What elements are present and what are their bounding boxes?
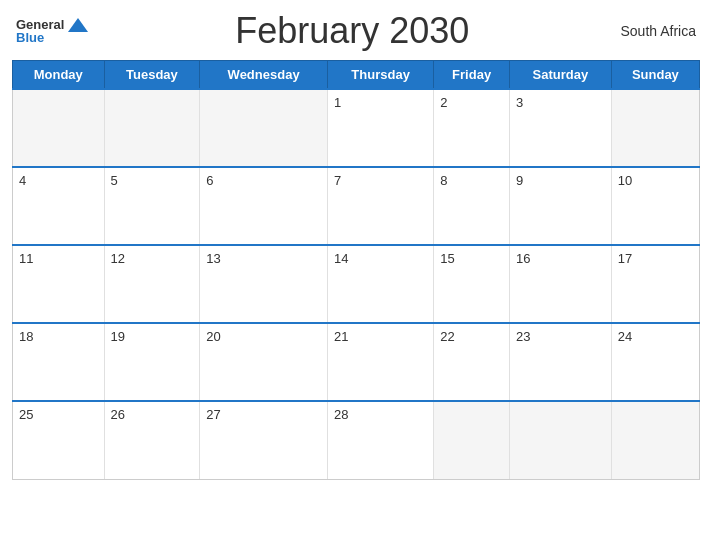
calendar-week-row: 123 bbox=[13, 89, 700, 167]
header-tuesday: Tuesday bbox=[104, 61, 200, 90]
day-number: 26 bbox=[111, 407, 125, 422]
calendar-cell: 1 bbox=[327, 89, 433, 167]
calendar-cell: 21 bbox=[327, 323, 433, 401]
calendar-cell bbox=[13, 89, 105, 167]
country-name: South Africa bbox=[616, 23, 696, 39]
day-number: 5 bbox=[111, 173, 118, 188]
day-number: 20 bbox=[206, 329, 220, 344]
calendar-cell: 24 bbox=[611, 323, 699, 401]
calendar-cell: 25 bbox=[13, 401, 105, 479]
calendar-cell: 9 bbox=[509, 167, 611, 245]
logo-blue-text: Blue bbox=[16, 30, 44, 45]
day-number: 6 bbox=[206, 173, 213, 188]
calendar-cell: 22 bbox=[434, 323, 510, 401]
calendar-cell: 12 bbox=[104, 245, 200, 323]
day-number: 4 bbox=[19, 173, 26, 188]
calendar-cell: 28 bbox=[327, 401, 433, 479]
calendar-cell: 16 bbox=[509, 245, 611, 323]
calendar-week-row: 11121314151617 bbox=[13, 245, 700, 323]
day-number: 11 bbox=[19, 251, 33, 266]
weekday-header-row: Monday Tuesday Wednesday Thursday Friday… bbox=[13, 61, 700, 90]
day-number: 25 bbox=[19, 407, 33, 422]
calendar-cell: 17 bbox=[611, 245, 699, 323]
calendar-title: February 2030 bbox=[88, 10, 616, 52]
day-number: 19 bbox=[111, 329, 125, 344]
day-number: 17 bbox=[618, 251, 632, 266]
calendar-cell bbox=[611, 401, 699, 479]
calendar-cell: 15 bbox=[434, 245, 510, 323]
calendar-cell: 8 bbox=[434, 167, 510, 245]
calendar-table: Monday Tuesday Wednesday Thursday Friday… bbox=[12, 60, 700, 480]
calendar-cell: 5 bbox=[104, 167, 200, 245]
day-number: 15 bbox=[440, 251, 454, 266]
calendar-cell bbox=[509, 401, 611, 479]
day-number: 27 bbox=[206, 407, 220, 422]
calendar-cell: 6 bbox=[200, 167, 328, 245]
calendar-cell: 14 bbox=[327, 245, 433, 323]
calendar-cell bbox=[200, 89, 328, 167]
calendar-cell: 7 bbox=[327, 167, 433, 245]
day-number: 23 bbox=[516, 329, 530, 344]
day-number: 9 bbox=[516, 173, 523, 188]
calendar-cell bbox=[434, 401, 510, 479]
day-number: 12 bbox=[111, 251, 125, 266]
logo-area: General Blue bbox=[16, 17, 88, 45]
day-number: 10 bbox=[618, 173, 632, 188]
day-number: 7 bbox=[334, 173, 341, 188]
day-number: 24 bbox=[618, 329, 632, 344]
calendar-week-row: 18192021222324 bbox=[13, 323, 700, 401]
calendar-cell: 3 bbox=[509, 89, 611, 167]
calendar-week-row: 25262728 bbox=[13, 401, 700, 479]
calendar-cell: 26 bbox=[104, 401, 200, 479]
calendar-cell: 4 bbox=[13, 167, 105, 245]
header-saturday: Saturday bbox=[509, 61, 611, 90]
header-sunday: Sunday bbox=[611, 61, 699, 90]
day-number: 16 bbox=[516, 251, 530, 266]
header-monday: Monday bbox=[13, 61, 105, 90]
calendar-cell bbox=[611, 89, 699, 167]
calendar-cell: 27 bbox=[200, 401, 328, 479]
day-number: 2 bbox=[440, 95, 447, 110]
header-wednesday: Wednesday bbox=[200, 61, 328, 90]
calendar-cell: 2 bbox=[434, 89, 510, 167]
calendar-header: General Blue February 2030 South Africa bbox=[12, 10, 700, 52]
calendar-container: General Blue February 2030 South Africa … bbox=[0, 0, 712, 550]
calendar-week-row: 45678910 bbox=[13, 167, 700, 245]
day-number: 21 bbox=[334, 329, 348, 344]
calendar-cell bbox=[104, 89, 200, 167]
calendar-cell: 11 bbox=[13, 245, 105, 323]
calendar-cell: 19 bbox=[104, 323, 200, 401]
logo-triangle-icon bbox=[68, 18, 88, 32]
day-number: 18 bbox=[19, 329, 33, 344]
calendar-cell: 23 bbox=[509, 323, 611, 401]
day-number: 14 bbox=[334, 251, 348, 266]
header-friday: Friday bbox=[434, 61, 510, 90]
calendar-cell: 18 bbox=[13, 323, 105, 401]
calendar-cell: 20 bbox=[200, 323, 328, 401]
day-number: 1 bbox=[334, 95, 341, 110]
day-number: 8 bbox=[440, 173, 447, 188]
calendar-cell: 13 bbox=[200, 245, 328, 323]
calendar-cell: 10 bbox=[611, 167, 699, 245]
day-number: 28 bbox=[334, 407, 348, 422]
day-number: 13 bbox=[206, 251, 220, 266]
day-number: 3 bbox=[516, 95, 523, 110]
header-thursday: Thursday bbox=[327, 61, 433, 90]
day-number: 22 bbox=[440, 329, 454, 344]
